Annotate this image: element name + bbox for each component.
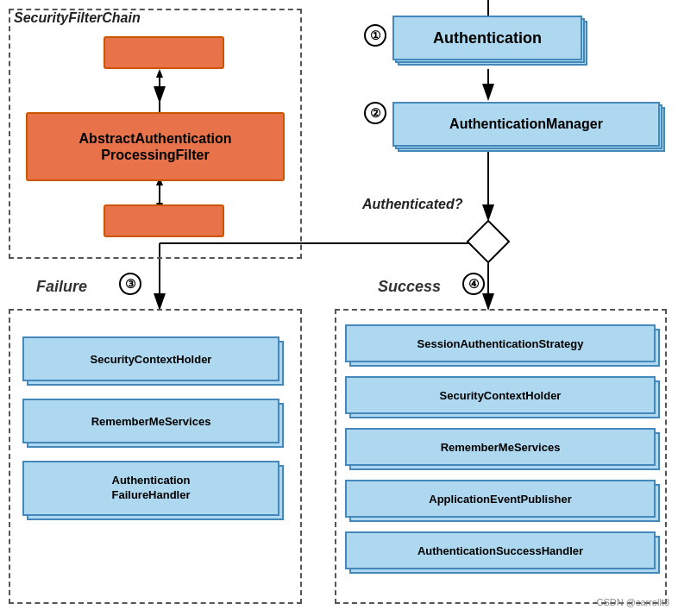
auth-manager-label: AuthenticationManager xyxy=(449,116,603,132)
filter-chain-label: SecurityFilterChain xyxy=(14,10,141,26)
success-node-3-label: RememberMeServices xyxy=(441,441,561,454)
success-node-5-label: AuthenticationSuccessHandler xyxy=(417,544,583,557)
orange-bar-bottom xyxy=(104,204,224,237)
diagram-container: SecurityFilterChain AbstractAuthenticati… xyxy=(0,0,678,616)
authentication-label: Authentication xyxy=(433,29,542,47)
badge-2: ② xyxy=(364,102,386,124)
failure-node-1-label: SecurityContextHolder xyxy=(91,353,212,366)
authenticated-label: Authenticated? xyxy=(362,197,462,212)
success-node-1-label: SessionAuthenticationStrategy xyxy=(417,337,584,350)
success-label: Success xyxy=(378,278,441,296)
success-node-4-label: ApplicationEventPublisher xyxy=(429,493,571,506)
failure-node-3-label: AuthenticationFailureHandler xyxy=(111,474,190,503)
success-badge: ④ xyxy=(462,273,485,295)
abstract-filter-label: AbstractAuthenticationProcessingFilter xyxy=(79,130,232,163)
failure-badge: ③ xyxy=(119,273,141,295)
success-node-2-label: SecurityContextHolder xyxy=(440,389,562,402)
failure-label: Failure xyxy=(36,278,87,296)
failure-node-2-label: RememberMeServices xyxy=(91,415,211,428)
orange-bar-top xyxy=(104,36,224,69)
abstract-filter-box: AbstractAuthenticationProcessingFilter xyxy=(26,112,285,181)
watermark: CSDN @carrollt8 xyxy=(596,597,669,607)
diamond-shape xyxy=(467,220,511,264)
badge-1: ① xyxy=(364,24,386,47)
